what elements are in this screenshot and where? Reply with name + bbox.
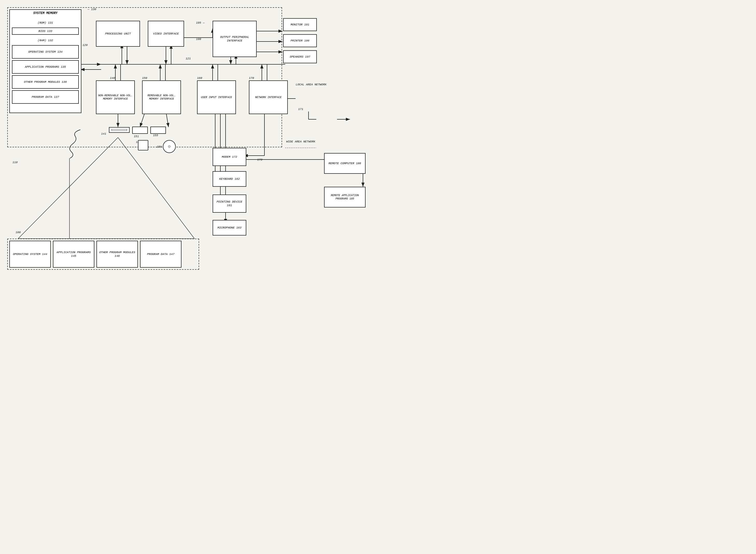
user-input-box: USER INPUT INTERFACE	[197, 80, 236, 114]
disk-152-icon	[138, 140, 148, 151]
ref-120: 120	[82, 44, 88, 47]
os-144-box: OPERATING SYSTEM 144	[9, 241, 51, 268]
ref-121: 121	[186, 57, 191, 60]
microphone-box: MICROPHONE 163	[213, 220, 246, 235]
network-interface-box: NETWORK INTERFACE	[249, 80, 288, 114]
modem-box: MODEM 172	[213, 148, 246, 166]
processing-unit-box: PROCESSING UNIT	[96, 21, 140, 47]
ref-110: 110	[12, 161, 18, 164]
os-134-box: OPERATING SYSTEM 134	[12, 45, 79, 59]
rom-box: (ROM) 131	[12, 19, 79, 26]
ref-150: 150	[142, 76, 147, 79]
app-135-box: APPLICATION PROGRAMS 135	[12, 60, 79, 74]
other-modules-146-box: OTHER PROGRAM MODULES 146	[97, 241, 138, 268]
ref-171: 171	[298, 108, 303, 111]
ref-195: 195 —	[196, 21, 205, 24]
svg-line-38	[18, 137, 118, 239]
nonremovable-box: NON-REMOVABLE NON-VOL. MEMORY INTERFACE	[96, 80, 135, 114]
ref-173: 173	[257, 158, 263, 161]
program-data-147-box: PROGRAM DATA 147	[140, 241, 181, 268]
ref-155: 155	[153, 134, 158, 137]
monitor-box: MONITOR 191	[283, 18, 317, 31]
ref-140: 140	[110, 76, 115, 79]
ref-160: 160	[197, 76, 202, 79]
hard-disk-icon	[109, 127, 130, 133]
remote-computer-box: REMOTE COMPUTER 180	[324, 153, 365, 174]
ref-141: 141	[101, 132, 106, 135]
ref-100: 100	[15, 231, 21, 234]
ref-130: — 130	[88, 8, 96, 11]
pointing-device-box: POINTING DEVICE 161	[213, 195, 246, 213]
floppy-icon-155	[151, 126, 166, 134]
video-interface-box: VIDEO INTERFACE	[148, 21, 184, 47]
printer-box: PRINTER 196	[283, 34, 317, 47]
ref-151: 151	[134, 135, 139, 138]
output-peripheral-box: OUTPUT PERIPHERAL INTERFACE	[213, 21, 257, 57]
ram-box: (RAM) 132	[12, 37, 79, 44]
patent-diagram: — 130 SYSTEM MEMORY (ROM) 131 BIOS 133 (…	[0, 0, 378, 277]
ref-170: 170	[249, 76, 254, 79]
app-145-box: APPLICATION PROGRAMS 145	[53, 241, 94, 268]
ref-156: 156	[157, 145, 162, 148]
cd-155-icon	[163, 140, 176, 153]
svg-line-39	[118, 137, 194, 239]
ref-190: 190	[196, 38, 201, 41]
speakers-box: SPEAKERS 197	[283, 50, 317, 63]
removable-box: REMOVABLE NON-VOL. MEMORY INTERFACE	[142, 80, 181, 114]
floppy-icon-151	[132, 126, 148, 134]
other-modules-136-box: OTHER PROGRAM MODULES 136	[12, 75, 79, 89]
remote-app-programs-box: REMOTE APPLICATION PROGRAMS 185	[324, 187, 365, 208]
program-data-137-box: PROGRAM DATA 137	[12, 90, 79, 104]
system-memory-label: SYSTEM MEMORY	[10, 11, 81, 15]
local-area-network-label: LOCAL AREA NETWORK	[296, 83, 327, 86]
system-memory-box: SYSTEM MEMORY (ROM) 131 BIOS 133 (RAM) 1…	[9, 9, 81, 113]
wide-area-network-label: WIDE AREA NETWORK	[283, 140, 319, 143]
keyboard-box: KEYBOARD 162	[213, 171, 246, 187]
bios-box: BIOS 133	[12, 27, 79, 35]
